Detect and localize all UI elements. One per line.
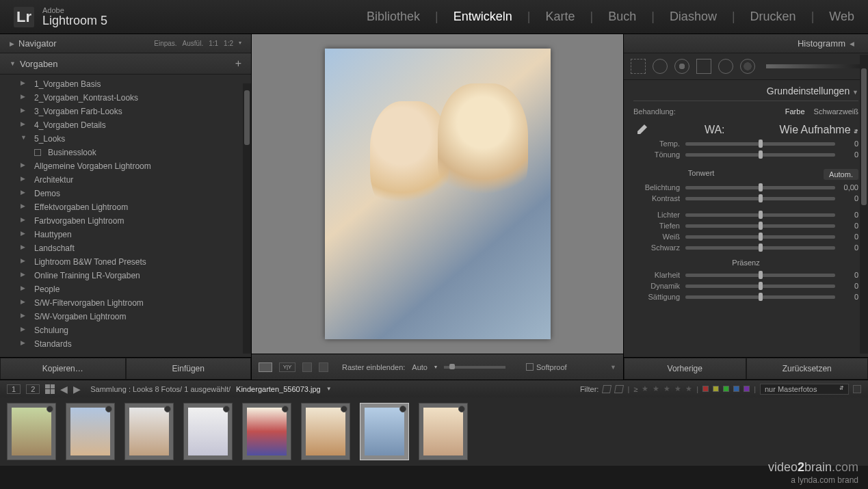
slider-value[interactable]: 0,00 [835,183,858,191]
color-label-purple[interactable] [744,386,750,392]
overlay-opacity-slider[interactable] [444,366,505,369]
slider-handle[interactable] [759,183,763,191]
slider-value[interactable]: 0 [835,293,858,301]
slider-handle[interactable] [759,282,763,290]
slider-track[interactable] [685,153,835,157]
treatment-bw[interactable]: Schwarzweiß [814,107,858,116]
slider-track[interactable] [685,224,835,228]
preset-folder[interactable]: ▶Allgemeine Vorgaben Lightroom [0,159,251,173]
copy-button[interactable]: Kopieren… [0,358,126,380]
next-photo-button[interactable]: ▶ [73,384,81,395]
preset-folder[interactable]: ▶1_Vorgaben Basis [0,77,251,91]
star-filter-icon[interactable]: ★ [663,384,670,393]
preset-folder[interactable]: ▶Lightroom B&W Toned Presets [0,255,251,269]
adjustment-brush-icon[interactable] [740,59,755,74]
preset-folder[interactable]: ▶3_Vorgaben Farb-Looks [0,105,251,118]
star-filter-icon[interactable]: ★ [685,384,692,393]
thumbnail[interactable] [301,403,350,460]
slider-contrast[interactable]: Kontrast0 [633,193,858,204]
slider-shadows[interactable]: Tiefen0 [633,220,858,231]
navigator-header[interactable]: ▶ Navigator Einpas.Ausfül.1:11:2▾ [0,34,251,53]
zoom-option[interactable]: Einpas. [154,40,176,47]
filter-preset-dropdown[interactable]: nur Masterfotos⇵ [760,384,849,395]
slider-temp[interactable]: Temp.0 [633,138,858,149]
slider-track[interactable] [685,235,835,239]
thumbnail[interactable] [124,403,174,460]
slider-blacks[interactable]: Schwarz0 [633,242,858,253]
slider-handle[interactable] [759,243,763,252]
collection-path[interactable]: Sammlung : Looks 8 Fotos/ 1 ausgewählt/ [90,385,231,393]
thumb-flag-icon[interactable] [47,406,53,412]
preset-folder[interactable]: ▶People [0,282,251,296]
spot-removal-icon[interactable] [653,59,668,74]
view-option-icon[interactable] [302,362,312,372]
preset-tree[interactable]: ▶1_Vorgaben Basis▶2_Vorgaben_Kontrast-Lo… [0,75,251,357]
preset-folder[interactable]: ▼5_Looks [0,132,251,146]
graduated-filter-icon[interactable] [696,59,711,74]
zoom-option[interactable]: Ausfül. [183,40,204,47]
color-label-green[interactable] [723,386,729,392]
preset-item[interactable]: Businesslook [0,146,251,159]
module-tab-buch[interactable]: Buch [608,10,636,24]
auto-tone-button[interactable]: Autom. [824,169,858,180]
slider-value[interactable]: 0 [835,233,858,241]
reset-button[interactable]: Zurücksetzen [746,358,869,380]
zoom-option[interactable]: 1:1 [209,40,218,47]
slider-handle[interactable] [759,293,763,301]
module-tab-entwickeln[interactable]: Entwickeln [453,10,512,24]
star-filter-icon[interactable]: ★ [642,384,648,393]
slider-value[interactable]: 0 [835,282,858,290]
previous-button[interactable]: Vorherige [624,358,746,380]
slider-handle[interactable] [759,211,763,219]
slider-handle[interactable] [759,222,763,230]
thumb-flag-icon[interactable] [282,406,289,412]
preset-folder[interactable]: ▶Standards [0,337,251,351]
treatment-color[interactable]: Farbe [785,107,805,116]
slider-whites[interactable]: Weiß0 [633,231,858,242]
preset-folder[interactable]: ▶Farbvorgaben Lightroom [0,214,251,228]
zoom-option[interactable]: 1:2 [224,40,233,47]
preset-folder[interactable]: ▶2_Vorgaben_Kontrast-Looks [0,91,251,105]
thumbnail[interactable] [242,403,291,460]
slider-track[interactable] [685,295,835,299]
module-tab-bibliothek[interactable]: Bibliothek [367,10,420,24]
preset-folder[interactable]: ▶S/W-Filtervorgaben Lightroom [0,296,251,310]
thumb-flag-icon[interactable] [223,406,230,412]
slider-handle[interactable] [759,271,763,279]
thumbnail[interactable] [66,403,115,460]
grid-overlay-value[interactable]: Auto [412,363,428,371]
preset-folder[interactable]: ▶Schulung [0,323,251,337]
thumbnail[interactable] [183,403,233,460]
slider-value[interactable]: 0 [835,271,858,279]
secondary-display-1[interactable]: 1 [7,384,21,394]
slider-track[interactable] [685,246,835,250]
slider-tint[interactable]: Tönung0 [633,149,858,160]
view-option-icon-2[interactable] [319,362,328,372]
slider-value[interactable]: 0 [835,222,858,230]
slider-vibrance[interactable]: Dynamik0 [633,280,858,291]
radial-filter-icon[interactable] [718,59,733,74]
flag-reject-icon[interactable] [614,385,624,393]
slider-handle[interactable] [759,150,763,159]
loupe-view-icon[interactable] [259,362,272,372]
color-label-blue[interactable] [733,386,739,392]
module-tab-diashow[interactable]: Diashow [670,10,717,24]
preset-folder[interactable]: ▶Architektur [0,173,251,187]
slider-track[interactable] [685,142,835,146]
preset-folder[interactable]: ▶Demos [0,187,251,200]
preset-folder[interactable]: ▶4_Vorgaben Details [0,118,251,132]
secondary-display-2[interactable]: 2 [26,384,40,394]
slider-value[interactable]: 0 [835,243,858,252]
slider-value[interactable]: 0 [835,140,858,148]
tool-slider[interactable] [766,64,861,68]
slider-value[interactable]: 0 [835,150,858,159]
dropdown-caret-icon[interactable]: ▾ [434,364,437,370]
thumbnail[interactable] [7,403,56,460]
preset-folder[interactable]: ▶Landschaft [0,241,251,255]
slider-clarity[interactable]: Klarheit0 [633,269,858,280]
checkbox-icon[interactable] [526,363,534,371]
module-tab-web[interactable]: Web [829,10,854,24]
flag-pick-icon[interactable] [602,385,611,393]
preset-folder[interactable]: ▶Online Training LR-Vorgaben [0,269,251,282]
slider-track[interactable] [685,274,835,277]
